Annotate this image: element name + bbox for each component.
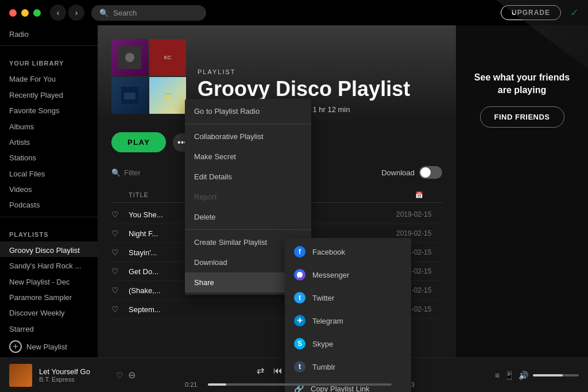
heart-col-header: [111, 191, 129, 199]
facebook-icon: f: [294, 246, 305, 258]
now-playing-info: Let Yourself Go B.T. Express: [39, 367, 109, 383]
sidebar-item-local-files[interactable]: Local Files: [0, 165, 98, 180]
track-date: 2019-02-15: [396, 210, 442, 218]
playlist-type-label: PLAYLIST: [198, 68, 442, 75]
album-thumb-3: [111, 77, 148, 114]
context-menu-item-delete[interactable]: Delete: [185, 207, 311, 227]
heart-track-icon[interactable]: ♡: [116, 371, 123, 380]
search-input[interactable]: [113, 9, 199, 17]
create-similar-label: Create Similar Playlist: [194, 238, 267, 247]
sidebar-item-paramore-sampler[interactable]: Paramore Sampler: [0, 289, 98, 304]
heart-icon[interactable]: ♡: [111, 229, 129, 238]
collaborative-label: Collaborative Playlist: [194, 132, 264, 141]
sidebar-item-radio[interactable]: Radio: [0, 25, 98, 41]
svg-point-1: [125, 53, 134, 62]
share-item-telegram[interactable]: ✈ Telegram: [285, 309, 411, 332]
now-playing-artist: B.T. Express: [39, 376, 109, 383]
new-playlist-button[interactable]: + New Playlist: [0, 336, 98, 358]
download-label: Download: [381, 168, 415, 177]
sidebar-item-made-for-you[interactable]: Made For You: [0, 70, 98, 86]
search-icon: 🔍: [99, 9, 109, 17]
new-playlist-label: New Playlist: [26, 343, 67, 351]
now-playing-track: Let Yourself Go B.T. Express ♡ ⊖: [9, 364, 136, 387]
sidebar-item-videos[interactable]: Videos: [0, 180, 98, 196]
now-playing-art: [9, 364, 32, 387]
album-thumb-1: [111, 39, 148, 76]
maximize-button[interactable]: [33, 9, 41, 17]
sidebar-item-starred[interactable]: Starred: [0, 320, 98, 336]
sidebar-item-recently-played[interactable]: Recently Played: [0, 86, 98, 102]
share-label: Share: [194, 278, 214, 287]
download-toggle[interactable]: [419, 166, 442, 179]
forward-button[interactable]: ›: [68, 5, 84, 21]
context-menu-item-report[interactable]: Report: [185, 187, 311, 207]
sidebar-item-podcasts[interactable]: Podcasts: [0, 196, 98, 212]
minimize-button[interactable]: [21, 9, 29, 17]
svg-rect-3: [124, 93, 136, 99]
delete-label: Delete: [194, 213, 216, 221]
library-section-label: YOUR LIBRARY: [0, 51, 98, 70]
make-secret-label: Make Secret: [194, 152, 236, 161]
progress-fill: [208, 383, 226, 386]
album-thumb-2: KC: [149, 39, 186, 76]
context-menu-item-collaborative[interactable]: Collaborative Playlist: [185, 126, 311, 147]
now-playing-right-controls: ≡ 📱 🔊: [464, 371, 579, 380]
context-menu-item-go-to-radio[interactable]: Go to Playlist Radio: [185, 101, 311, 121]
sidebar-item-albums[interactable]: Albums: [0, 118, 98, 133]
search-bar[interactable]: 🔍: [91, 5, 206, 21]
sidebar-item-discover-weekly[interactable]: Discover Weekly: [0, 304, 98, 320]
volume-fill: [533, 374, 563, 376]
tumblr-label: Tumblr: [312, 363, 335, 371]
devices-button[interactable]: 📱: [504, 371, 514, 380]
copy-playlist-link-label: Copy Playlist Link: [311, 385, 370, 393]
progress-bar[interactable]: [208, 383, 392, 386]
shuffle-button[interactable]: ⇄: [257, 365, 264, 376]
heart-icon[interactable]: ♡: [111, 267, 129, 276]
share-item-skype[interactable]: S Skype: [285, 332, 411, 355]
context-menu-item-edit-details[interactable]: Edit Details: [185, 167, 311, 187]
go-to-radio-label: Go to Playlist Radio: [194, 107, 260, 116]
share-item-twitter[interactable]: t Twitter: [285, 286, 411, 309]
download-toggle-row: Download: [381, 166, 442, 179]
share-item-facebook[interactable]: f Facebook: [285, 240, 411, 263]
sidebar-item-new-playlist-dec[interactable]: New Playlist - Dec: [0, 273, 98, 289]
volume-bar[interactable]: [533, 374, 579, 376]
context-menu-item-make-secret[interactable]: Make Secret: [185, 147, 311, 167]
queue-button[interactable]: ≡: [495, 371, 500, 380]
messenger-icon: [294, 269, 305, 280]
heart-icon[interactable]: ♡: [111, 210, 129, 219]
corner-decoration: [496, 25, 588, 69]
block-icon[interactable]: ⊖: [128, 370, 136, 381]
close-button[interactable]: [9, 9, 17, 17]
back-button[interactable]: ‹: [50, 5, 66, 21]
telegram-icon: ✈: [294, 315, 305, 326]
sidebar-item-favorite-songs[interactable]: Favorite Songs: [0, 102, 98, 117]
heart-icon[interactable]: ♡: [111, 305, 129, 314]
plus-icon: +: [9, 340, 22, 353]
track-date: 2019-02-15: [396, 229, 442, 237]
skype-label: Skype: [312, 340, 333, 348]
sidebar-item-sandy-hard-rock[interactable]: Sandy's Hard Rock ...: [0, 257, 98, 272]
volume-icon[interactable]: 🔊: [519, 371, 528, 380]
sidebar-item-artists[interactable]: Artists: [0, 133, 98, 149]
now-playing-title: Let Yourself Go: [39, 367, 109, 376]
previous-button[interactable]: ⏮: [273, 366, 283, 376]
album-art-grid: KC: [111, 39, 186, 114]
telegram-label: Telegram: [312, 317, 343, 325]
sidebar-item-stations[interactable]: Stations: [0, 149, 98, 164]
find-friends-button[interactable]: FIND FRIENDS: [480, 106, 564, 128]
nav-buttons: ‹ ›: [50, 5, 84, 21]
heart-icon[interactable]: ♡: [111, 286, 129, 295]
share-item-messenger[interactable]: Messenger: [285, 263, 411, 286]
track-name: Septem...: [129, 305, 262, 314]
heart-icon[interactable]: ♡: [111, 248, 129, 257]
sidebar-item-groovy-disco[interactable]: Groovy Disco Playlist: [0, 241, 98, 257]
play-button[interactable]: PLAY: [111, 132, 166, 152]
album-thumb-4: [149, 77, 186, 114]
titlebar: ‹ › 🔍 UPGRADE ✓: [0, 0, 588, 25]
now-playing-icons: ♡ ⊖: [116, 370, 136, 381]
now-playing-thumbnail: [9, 364, 32, 387]
share-item-tumblr[interactable]: t Tumblr: [285, 355, 411, 378]
edit-details-label: Edit Details: [194, 172, 232, 181]
playlists-section-label: PLAYLISTS: [0, 222, 98, 241]
